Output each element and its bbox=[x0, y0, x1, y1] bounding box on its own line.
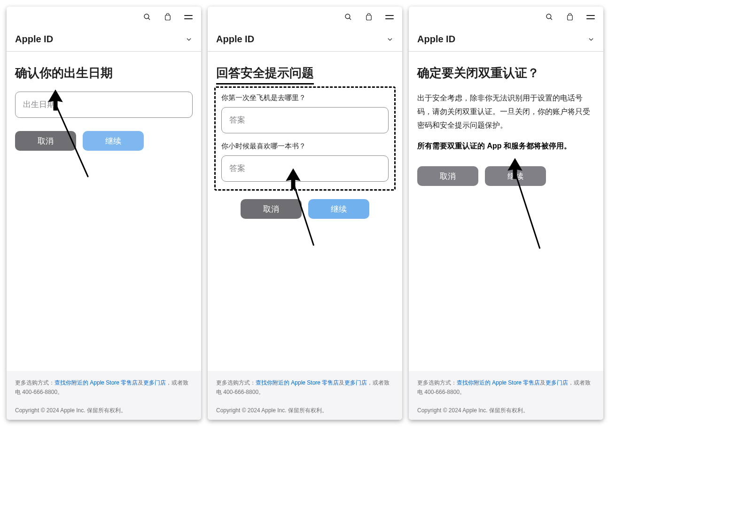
content-area: 回答安全提示问题 你第一次坐飞机是去哪里？ 你小时候最喜欢哪一本书？ 取消 继续 bbox=[208, 52, 402, 371]
button-row: 取消 继续 bbox=[15, 131, 193, 151]
answer-2-input[interactable] bbox=[221, 155, 389, 182]
subnav-title: Apple ID bbox=[417, 34, 455, 45]
svg-line-1 bbox=[148, 18, 150, 20]
footer-text: 更多选购方式：查找你附近的 Apple Store 零售店及更多门店，或者致电 … bbox=[216, 378, 394, 396]
warning-bold: 所有需要双重认证的 App 和服务都将被停用。 bbox=[417, 139, 595, 153]
continue-button[interactable]: 继续 bbox=[308, 199, 369, 219]
bag-icon[interactable] bbox=[566, 13, 574, 21]
subnav[interactable]: Apple ID bbox=[208, 27, 402, 52]
subnav[interactable]: Apple ID bbox=[409, 27, 603, 52]
chevron-down-icon[interactable] bbox=[386, 36, 394, 43]
footer-text: 更多选购方式：查找你附近的 Apple Store 零售店及更多门店，或者致电 … bbox=[417, 378, 595, 396]
button-row: 取消 继续 bbox=[216, 199, 394, 219]
svg-line-7 bbox=[550, 18, 552, 20]
content-area: 确认你的出生日期 取消 继续 bbox=[7, 52, 201, 371]
subnav-title: Apple ID bbox=[216, 34, 254, 45]
chevron-down-icon[interactable] bbox=[185, 36, 193, 43]
cancel-button[interactable]: 取消 bbox=[417, 166, 478, 186]
nav-actions bbox=[545, 13, 595, 21]
birthday-input[interactable] bbox=[15, 92, 193, 118]
nav-actions bbox=[344, 13, 394, 21]
svg-rect-2 bbox=[165, 15, 171, 20]
footer-prefix: 更多选购方式： bbox=[15, 379, 55, 386]
footer-copyright: Copyright © 2024 Apple Inc. 保留所有权利。 bbox=[417, 406, 595, 415]
answer-1-input[interactable] bbox=[221, 107, 389, 133]
footer-link-store[interactable]: 查找你附近的 Apple Store 零售店 bbox=[55, 379, 138, 386]
footer-link-more[interactable]: 更多门店 bbox=[344, 379, 367, 386]
page-title: 回答安全提示问题 bbox=[216, 65, 394, 85]
button-row: 取消 继续 bbox=[417, 166, 595, 186]
footer-mid: 及 bbox=[138, 379, 143, 386]
panel-birthday: Apple ID 确认你的出生日期 取消 继续 更多选购方式：查找你附近的 Ap… bbox=[7, 7, 201, 420]
search-icon[interactable] bbox=[143, 13, 151, 21]
footer: 更多选购方式：查找你附近的 Apple Store 零售店及更多门店，或者致电 … bbox=[208, 371, 402, 420]
search-icon[interactable] bbox=[344, 13, 352, 21]
question-1-block: 你第一次坐飞机是去哪里？ bbox=[221, 93, 389, 133]
footer-copyright: Copyright © 2024 Apple Inc. 保留所有权利。 bbox=[15, 406, 193, 415]
svg-point-3 bbox=[345, 14, 350, 19]
page-title: 确认你的出生日期 bbox=[15, 65, 193, 81]
bag-icon[interactable] bbox=[365, 13, 373, 21]
chevron-down-icon[interactable] bbox=[587, 36, 595, 43]
menu-icon[interactable] bbox=[184, 15, 193, 19]
content-area: 确定要关闭双重认证？ 出于安全考虑，除非你无法识别用于设置的电话号码，请勿关闭双… bbox=[409, 52, 603, 371]
svg-point-0 bbox=[144, 14, 149, 19]
menu-icon[interactable] bbox=[586, 15, 595, 19]
bag-icon[interactable] bbox=[164, 13, 172, 21]
global-nav bbox=[409, 7, 603, 27]
highlighted-questions-box: 你第一次坐飞机是去哪里？ 你小时候最喜欢哪一本书？ bbox=[214, 86, 396, 191]
svg-rect-5 bbox=[366, 15, 372, 20]
question-2-label: 你小时候最喜欢哪一本书？ bbox=[221, 142, 389, 151]
footer-mid: 及 bbox=[339, 379, 344, 386]
footer-link-store[interactable]: 查找你附近的 Apple Store 零售店 bbox=[256, 379, 339, 386]
panel-disable-2fa: Apple ID 确定要关闭双重认证？ 出于安全考虑，除非你无法识别用于设置的电… bbox=[409, 7, 603, 420]
panel-security-questions: Apple ID 回答安全提示问题 你第一次坐飞机是去哪里？ 你小时候最喜欢哪一… bbox=[208, 7, 402, 420]
svg-point-6 bbox=[546, 14, 551, 19]
footer: 更多选购方式：查找你附近的 Apple Store 零售店及更多门店，或者致电 … bbox=[409, 371, 603, 420]
footer-copyright: Copyright © 2024 Apple Inc. 保留所有权利。 bbox=[216, 406, 394, 415]
warning-body: 出于安全考虑，除非你无法识别用于设置的电话号码，请勿关闭双重认证。一旦关闭，你的… bbox=[417, 92, 595, 132]
footer-link-more[interactable]: 更多门店 bbox=[143, 379, 166, 386]
footer-text: 更多选购方式：查找你附近的 Apple Store 零售店及更多门店，或者致电 … bbox=[15, 378, 193, 396]
global-nav bbox=[7, 7, 201, 27]
menu-icon[interactable] bbox=[385, 15, 394, 19]
nav-actions bbox=[143, 13, 193, 21]
svg-line-4 bbox=[349, 18, 351, 20]
search-icon[interactable] bbox=[545, 13, 553, 21]
cancel-button[interactable]: 取消 bbox=[241, 199, 302, 219]
footer-link-more[interactable]: 更多门店 bbox=[546, 379, 568, 386]
question-2-block: 你小时候最喜欢哪一本书？ bbox=[221, 142, 389, 182]
continue-button[interactable]: 继续 bbox=[83, 131, 144, 151]
subnav-title: Apple ID bbox=[15, 34, 53, 45]
subnav[interactable]: Apple ID bbox=[7, 27, 201, 52]
global-nav bbox=[208, 7, 402, 27]
cancel-button[interactable]: 取消 bbox=[15, 131, 76, 151]
footer-prefix: 更多选购方式： bbox=[216, 379, 256, 386]
svg-rect-8 bbox=[568, 15, 573, 20]
continue-button[interactable]: 继续 bbox=[485, 166, 546, 186]
page-title: 确定要关闭双重认证？ bbox=[417, 65, 595, 81]
footer-mid: 及 bbox=[540, 379, 546, 386]
footer-prefix: 更多选购方式： bbox=[417, 379, 457, 386]
footer-link-store[interactable]: 查找你附近的 Apple Store 零售店 bbox=[457, 379, 540, 386]
question-1-label: 你第一次坐飞机是去哪里？ bbox=[221, 93, 389, 102]
footer: 更多选购方式：查找你附近的 Apple Store 零售店及更多门店，或者致电 … bbox=[7, 371, 201, 420]
